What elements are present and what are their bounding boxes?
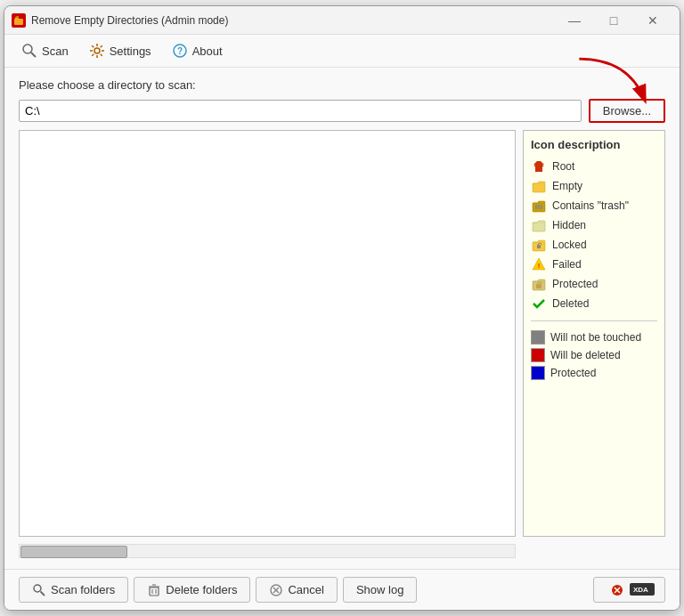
settings-tab[interactable]: Settings — [79, 38, 160, 63]
legend-protected-label: Protected — [552, 278, 598, 290]
color-box-red — [531, 348, 545, 362]
svg-line-24 — [41, 592, 45, 596]
directory-input[interactable] — [19, 100, 582, 122]
show-log-button[interactable]: Show log — [343, 577, 417, 603]
svg-rect-15 — [541, 205, 542, 209]
scan-label: Scan — [42, 45, 69, 58]
xda-watermark: XDA — [630, 583, 655, 596]
legend-root: Root — [531, 158, 657, 174]
settings-label: Settings — [110, 45, 151, 58]
exit-icon — [610, 582, 624, 597]
scan-tab[interactable]: Scan — [12, 38, 77, 63]
empty-folder-icon — [531, 178, 547, 194]
legend-deleted: Deleted — [531, 296, 657, 312]
svg-rect-13 — [535, 205, 537, 209]
legend-divider-1 — [531, 320, 657, 321]
exit-area: Exit XDA — [593, 577, 665, 603]
window-title: Remove Empty Directories (Admin mode) — [31, 14, 228, 27]
legend-trash-label: Contains "trash" — [552, 199, 629, 212]
svg-rect-0 — [14, 19, 23, 25]
svg-text:!: ! — [538, 262, 541, 270]
bottom-left-buttons: Scan folders Delete folders — [19, 577, 417, 603]
svg-marker-10 — [533, 161, 544, 165]
svg-text:XDA: XDA — [633, 586, 648, 594]
svg-line-4 — [31, 53, 36, 57]
horizontal-scrollbar[interactable] — [19, 544, 516, 558]
root-icon — [531, 158, 547, 174]
svg-rect-11 — [533, 183, 545, 192]
deleted-icon — [531, 296, 547, 312]
legend-panel: Icon description Root — [523, 130, 665, 537]
svg-point-23 — [34, 585, 41, 592]
color-box-gray — [531, 330, 545, 344]
title-bar-left: Remove Empty Directories (Admin mode) — [12, 13, 228, 28]
svg-point-5 — [94, 48, 100, 53]
delete-folders-label: Delete folders — [166, 583, 237, 596]
legend-deleted-label: Deleted — [552, 297, 589, 310]
legend-color-gray: Will not be touched — [531, 330, 657, 344]
svg-rect-2 — [16, 16, 19, 18]
legend-locked: Locked — [531, 237, 657, 253]
directory-label: Please choose a directory to scan: — [19, 78, 665, 92]
about-icon: ? — [171, 42, 189, 60]
color-box-blue — [531, 366, 545, 380]
legend-gray-label: Will not be touched — [550, 331, 641, 344]
settings-icon — [88, 42, 106, 60]
legend-failed-label: Failed — [552, 258, 582, 271]
about-label: About — [192, 45, 223, 58]
svg-rect-22 — [536, 284, 542, 288]
trash-folder-icon — [531, 198, 547, 214]
legend-locked-label: Locked — [552, 239, 587, 251]
svg-rect-25 — [150, 588, 159, 596]
minimize-button[interactable]: — — [555, 7, 594, 34]
cancel-button[interactable]: Cancel — [256, 577, 337, 603]
cancel-label: Cancel — [288, 583, 323, 596]
main-window: Remove Empty Directories (Admin mode) — … — [4, 5, 680, 611]
legend-hidden: Hidden — [531, 217, 657, 233]
directory-row: Browse... — [19, 99, 665, 123]
maximize-button[interactable]: □ — [594, 7, 633, 34]
app-icon — [12, 13, 26, 28]
scan-icon — [20, 42, 38, 60]
cancel-icon — [269, 582, 283, 597]
hidden-folder-icon — [531, 217, 547, 233]
title-bar: Remove Empty Directories (Admin mode) — … — [4, 6, 680, 35]
legend-empty-label: Empty — [552, 180, 582, 192]
scan-folders-button[interactable]: Scan folders — [19, 577, 128, 603]
failed-icon: ! — [531, 256, 547, 272]
legend-color-red: Will be deleted — [531, 348, 657, 362]
window-controls: — □ ✕ — [555, 7, 672, 34]
browse-button[interactable]: Browse... — [589, 99, 665, 123]
show-log-label: Show log — [356, 583, 403, 596]
protected-folder-icon — [531, 276, 547, 292]
legend-color-blue: Protected — [531, 366, 657, 380]
svg-rect-14 — [538, 205, 540, 209]
tree-panel[interactable] — [19, 130, 516, 537]
svg-text:?: ? — [177, 46, 183, 56]
legend-root-label: Root — [552, 160, 574, 173]
bottom-bar: Scan folders Delete folders — [4, 569, 680, 610]
main-area: Icon description Root — [19, 130, 665, 537]
legend-red-label: Will be deleted — [550, 349, 621, 361]
scan-folders-label: Scan folders — [51, 583, 115, 596]
svg-point-3 — [23, 45, 32, 53]
legend-hidden-label: Hidden — [552, 219, 586, 231]
toolbar: Scan Settings ? About — [4, 35, 680, 68]
svg-rect-18 — [537, 245, 541, 248]
close-button[interactable]: ✕ — [633, 7, 672, 34]
delete-folders-icon — [147, 582, 161, 597]
legend-blue-label: Protected — [550, 367, 596, 379]
content-area: Please choose a directory to scan: Brows… — [4, 68, 680, 569]
scan-folders-icon — [32, 582, 46, 597]
svg-rect-16 — [533, 223, 545, 231]
legend-empty: Empty — [531, 178, 657, 194]
about-tab[interactable]: ? About — [162, 38, 232, 63]
legend-trash: Contains "trash" — [531, 198, 657, 214]
legend-protected: Protected — [531, 276, 657, 292]
scrollbar-thumb[interactable] — [20, 546, 127, 558]
delete-folders-button[interactable]: Delete folders — [134, 577, 250, 603]
legend-failed: ! Failed — [531, 256, 657, 272]
legend-title: Icon description — [531, 138, 657, 151]
locked-folder-icon — [531, 237, 547, 253]
